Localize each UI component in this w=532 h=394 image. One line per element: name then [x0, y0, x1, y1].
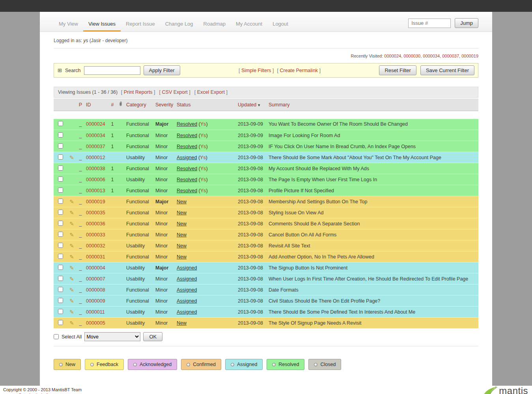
issue-id-link[interactable]: 0000032	[86, 243, 105, 249]
edit-pencil-icon[interactable]: ✎	[69, 199, 74, 205]
export-link-excel-export[interactable]: Excel Export	[197, 89, 225, 95]
row-checkbox[interactable]	[58, 143, 63, 149]
search-input[interactable]	[84, 66, 140, 75]
select-all-checkbox[interactable]	[54, 334, 59, 339]
edit-pencil-icon[interactable]: ✎	[69, 276, 74, 282]
export-link-csv-export[interactable]: CSV Export	[162, 89, 188, 95]
tab-change-log[interactable]: Change Log	[160, 17, 198, 32]
col-priority[interactable]: P	[79, 102, 82, 108]
status-link[interactable]: Resolved	[177, 177, 197, 182]
filter-link-create-permalink[interactable]: Create Permalink	[280, 68, 318, 73]
issue-id-link[interactable]: 0000019	[86, 199, 105, 204]
row-checkbox[interactable]	[58, 287, 63, 292]
reset-filter-button[interactable]: Reset Filter	[379, 65, 416, 75]
col-notes-count[interactable]: #	[111, 102, 114, 108]
edit-pencil-icon[interactable]: ✎	[69, 265, 74, 271]
status-link[interactable]: New	[177, 210, 187, 216]
status-link[interactable]: New	[177, 243, 187, 249]
edit-pencil-icon[interactable]: ✎	[69, 221, 74, 227]
tab-report-issue[interactable]: Report Issue	[121, 17, 160, 32]
status-link[interactable]: New	[177, 254, 187, 260]
row-checkbox[interactable]	[58, 276, 63, 281]
col-status[interactable]: Status	[177, 102, 190, 108]
jump-button[interactable]: Jump	[455, 18, 478, 28]
issue-id-link[interactable]: 0000031	[86, 254, 105, 260]
issue-id-link[interactable]: 0000034	[86, 133, 105, 138]
status-link[interactable]: Assigned	[177, 298, 197, 304]
status-link[interactable]: New	[177, 221, 187, 227]
status-link[interactable]: New	[177, 320, 187, 326]
handler-link[interactable]: Ys	[200, 177, 206, 182]
status-link[interactable]: Resolved	[177, 121, 197, 127]
issue-id-link[interactable]: 0000036	[86, 221, 105, 227]
edit-pencil-icon[interactable]: ✎	[69, 309, 74, 315]
status-link[interactable]: Resolved	[177, 144, 197, 149]
row-checkbox[interactable]	[58, 188, 63, 193]
tab-view-issues[interactable]: View Issues	[83, 17, 121, 32]
status-link[interactable]: Assigned	[177, 309, 197, 315]
ok-button[interactable]: OK	[143, 332, 162, 341]
row-checkbox[interactable]	[58, 265, 63, 270]
status-link[interactable]: Assigned	[177, 265, 197, 271]
edit-pencil-icon[interactable]: ✎	[69, 232, 74, 238]
row-checkbox[interactable]	[58, 165, 63, 171]
recent-issue-link[interactable]: 0000024	[384, 54, 401, 58]
edit-pencil-icon[interactable]: ✎	[69, 287, 74, 293]
filter-link-simple-filters[interactable]: Simple Filters	[241, 68, 271, 73]
status-link[interactable]: Resolved	[177, 133, 197, 138]
recent-issue-link[interactable]: 0000037	[442, 54, 459, 58]
filter-expand-icon[interactable]: ⊞	[58, 67, 62, 73]
export-link-print-reports[interactable]: Print Reports	[124, 89, 153, 95]
tab-my-view[interactable]: My View	[54, 17, 83, 32]
issue-id-link[interactable]: 0000033	[86, 232, 105, 238]
status-link[interactable]: Resolved	[177, 188, 197, 193]
row-checkbox[interactable]	[58, 177, 63, 182]
handler-link[interactable]: Ys	[200, 166, 206, 171]
col-updated[interactable]: Updated	[238, 102, 256, 108]
row-checkbox[interactable]	[58, 199, 63, 204]
handler-link[interactable]: Ys	[200, 133, 206, 138]
recent-issue-link[interactable]: 0000019	[461, 54, 478, 58]
row-checkbox[interactable]	[58, 221, 63, 226]
row-checkbox[interactable]	[58, 132, 63, 138]
status-link[interactable]: New	[177, 232, 187, 238]
row-checkbox[interactable]	[58, 298, 63, 303]
issue-id-link[interactable]: 0000012	[86, 155, 105, 160]
tab-roadmap[interactable]: Roadmap	[198, 17, 231, 32]
issue-id-link[interactable]: 0000007	[86, 276, 105, 282]
row-checkbox[interactable]	[58, 154, 63, 160]
handler-link[interactable]: Ys	[200, 121, 206, 127]
issue-id-link[interactable]: 0000038	[86, 166, 105, 171]
tab-logout[interactable]: Logout	[267, 17, 293, 32]
issue-id-link[interactable]: 0000004	[86, 265, 105, 271]
row-checkbox[interactable]	[58, 121, 63, 126]
edit-pencil-icon[interactable]: ✎	[69, 154, 74, 161]
issue-id-link[interactable]: 0000006	[86, 177, 105, 182]
bulk-action-select[interactable]: Move	[84, 332, 140, 341]
issue-number-input[interactable]	[408, 19, 451, 28]
status-link[interactable]: New	[177, 199, 187, 204]
issue-id-link[interactable]: 0000005	[86, 320, 105, 326]
col-category[interactable]: Category	[126, 102, 146, 108]
edit-pencil-icon[interactable]: ✎	[69, 254, 74, 260]
row-checkbox[interactable]	[58, 210, 63, 215]
row-checkbox[interactable]	[58, 309, 63, 314]
handler-link[interactable]: Ys	[200, 155, 206, 160]
status-link[interactable]: Assigned	[177, 287, 197, 293]
edit-pencil-icon[interactable]: ✎	[69, 210, 74, 216]
issue-id-link[interactable]: 0000037	[86, 144, 105, 149]
issue-id-link[interactable]: 0000035	[86, 210, 105, 216]
edit-pencil-icon[interactable]: ✎	[69, 298, 74, 304]
save-current-filter-button[interactable]: Save Current Filter	[420, 65, 474, 75]
issue-id-link[interactable]: 0000011	[86, 309, 105, 315]
issue-id-link[interactable]: 0000024	[86, 121, 105, 127]
row-checkbox[interactable]	[58, 232, 63, 237]
apply-filter-button[interactable]: Apply Filter	[144, 65, 180, 75]
tab-my-account[interactable]: My Account	[231, 17, 267, 32]
col-attachments[interactable]	[117, 98, 125, 111]
issue-id-link[interactable]: 0000013	[86, 188, 105, 193]
status-link[interactable]: Assigned	[177, 155, 197, 160]
edit-pencil-icon[interactable]: ✎	[69, 320, 74, 326]
row-checkbox[interactable]	[58, 243, 63, 248]
status-link[interactable]: Resolved	[177, 166, 197, 171]
